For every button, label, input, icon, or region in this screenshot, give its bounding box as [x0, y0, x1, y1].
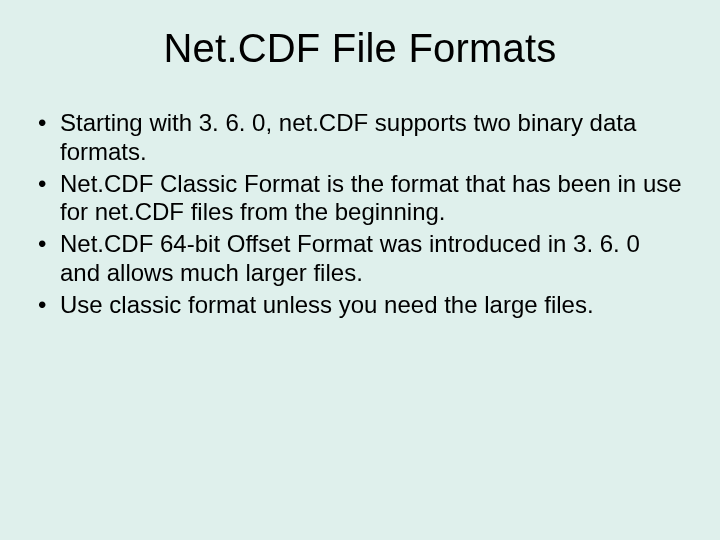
slide-body: Starting with 3. 6. 0, net.CDF supports … [0, 81, 720, 320]
bullet-text: Net.CDF 64-bit Offset Format was introdu… [60, 230, 640, 286]
bullet-text: Use classic format unless you need the l… [60, 291, 594, 318]
list-item: Use classic format unless you need the l… [34, 291, 686, 320]
slide-title: Net.CDF File Formats [0, 0, 720, 81]
bullet-list: Starting with 3. 6. 0, net.CDF supports … [34, 109, 686, 320]
bullet-text: Starting with 3. 6. 0, net.CDF supports … [60, 109, 636, 165]
list-item: Net.CDF Classic Format is the format tha… [34, 170, 686, 228]
bullet-text: Net.CDF Classic Format is the format tha… [60, 170, 682, 226]
slide: Net.CDF File Formats Starting with 3. 6.… [0, 0, 720, 540]
list-item: Net.CDF 64-bit Offset Format was introdu… [34, 230, 686, 288]
list-item: Starting with 3. 6. 0, net.CDF supports … [34, 109, 686, 167]
